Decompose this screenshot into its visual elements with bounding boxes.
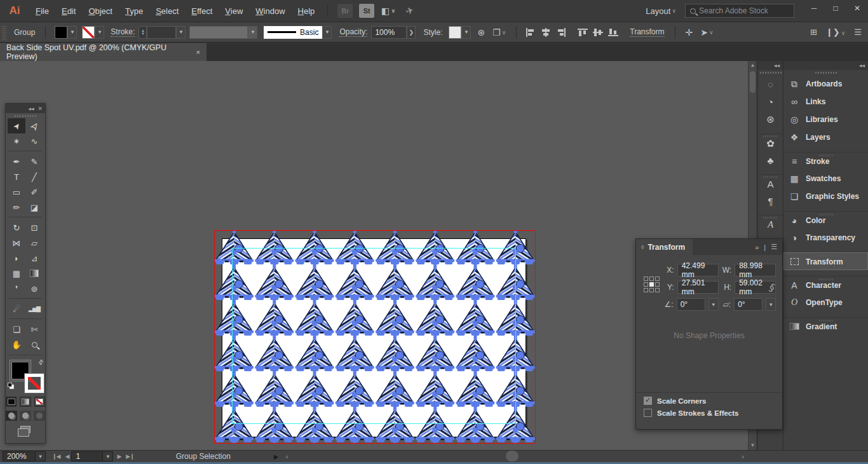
- fill-swatch[interactable]: [55, 26, 67, 39]
- chevron-down-icon[interactable]: ▼: [322, 26, 332, 39]
- panel-button-opentype[interactable]: O OpenType: [783, 294, 868, 311]
- menu-{label}[interactable]: Help: [292, 6, 322, 16]
- menu-{label}[interactable]: Select: [149, 6, 185, 16]
- document-tab[interactable]: Back Side Spot UV.pdf @ 200% (CMYK/GPU P…: [0, 43, 207, 61]
- curvature-tool[interactable]: ✎: [25, 154, 43, 169]
- scroll-up-icon[interactable]: ▲: [749, 61, 756, 70]
- hand-tool[interactable]: ✋: [8, 337, 25, 352]
- panel-icon-appearance[interactable]: ◌: [758, 75, 783, 93]
- align-left-icon[interactable]: [526, 28, 536, 37]
- align-right-icon[interactable]: [556, 28, 566, 37]
- lasso-tool[interactable]: ∿: [25, 133, 43, 149]
- stroke-color-indicator[interactable]: [25, 374, 44, 393]
- stroke-weight-field[interactable]: [147, 26, 176, 39]
- bridge-button[interactable]: Br: [337, 4, 353, 18]
- swap-fill-stroke-icon[interactable]: ⇄: [36, 358, 45, 367]
- brush-definition-dropdown[interactable]: [189, 26, 248, 39]
- panel-icon-glyphs[interactable]: A: [758, 215, 783, 233]
- rectangle-tool[interactable]: ▭: [8, 184, 25, 200]
- scroll-left-icon[interactable]: ‹: [282, 449, 291, 463]
- selection-bounding-box[interactable]: [214, 230, 536, 444]
- color-button[interactable]: [6, 397, 17, 407]
- collapse-diamond-icon[interactable]: ◊: [641, 244, 644, 250]
- maximize-button[interactable]: □: [825, 0, 846, 17]
- mesh-tool[interactable]: ▦: [8, 266, 25, 281]
- artboard-tool[interactable]: ❏: [8, 322, 25, 337]
- menu-{label}[interactable]: Effect: [185, 6, 219, 16]
- stroke-weight-label[interactable]: Stroke:: [111, 27, 135, 37]
- chevron-down-icon[interactable]: ▼: [461, 26, 471, 39]
- line-segment-tool[interactable]: ╱: [25, 169, 43, 184]
- control-bar-menu-icon[interactable]: ☰: [854, 27, 862, 37]
- opacity-options-arrow[interactable]: ❯: [407, 26, 416, 39]
- close-icon[interactable]: ✕: [37, 106, 43, 112]
- minimize-button[interactable]: ─: [803, 0, 825, 17]
- width-tool[interactable]: ⋈: [8, 235, 25, 250]
- eraser-tool[interactable]: ◪: [25, 200, 43, 215]
- panel-button-links[interactable]: ∞ Links: [783, 93, 868, 111]
- workspace-switcher[interactable]: Layout∨: [646, 6, 676, 16]
- change-screen-mode-icon[interactable]: [20, 426, 31, 433]
- rotate-field[interactable]: 0°: [677, 298, 705, 311]
- align-to-selection-icon[interactable]: ➤∨: [700, 27, 713, 38]
- panel-button-layers[interactable]: ❖ Layers: [783, 128, 868, 146]
- arrange-documents-icon[interactable]: ◧∨: [381, 4, 396, 18]
- zoom-level-field[interactable]: 200%: [3, 451, 36, 461]
- menu-{label}[interactable]: File: [29, 6, 55, 16]
- slice-tool[interactable]: ✄: [25, 322, 43, 337]
- menu-{label}[interactable]: Edit: [55, 6, 82, 16]
- panel-grip[interactable]: [815, 72, 837, 74]
- panel-grip[interactable]: [2, 25, 6, 40]
- align-center-icon[interactable]: [541, 28, 551, 37]
- artboard-number-field[interactable]: 1: [71, 451, 103, 461]
- menu-{label}[interactable]: View: [219, 6, 249, 16]
- rotate-tool[interactable]: ↻: [8, 220, 25, 235]
- blend-tool[interactable]: ⊚: [25, 281, 43, 296]
- document-setup-icon[interactable]: ❐∨: [492, 27, 506, 38]
- perspective-grid-tool[interactable]: ⊿: [25, 250, 43, 266]
- opacity-field[interactable]: 100%: [371, 26, 407, 39]
- w-field[interactable]: 88.998 mm: [735, 264, 776, 276]
- variable-width-profile[interactable]: Basic: [264, 26, 322, 39]
- panel-icon-image-trace[interactable]: ⊛: [758, 111, 783, 128]
- stock-button[interactable]: St: [359, 4, 374, 18]
- collapse-icon[interactable]: ◂◂: [28, 106, 34, 112]
- next-artboard-icon[interactable]: ▶: [117, 453, 121, 460]
- panel-button-character[interactable]: A Character: [783, 276, 868, 294]
- panel-menu-icon[interactable]: ☰: [771, 243, 777, 251]
- close-button[interactable]: ✕: [846, 0, 868, 17]
- transform-link[interactable]: Transform: [630, 27, 664, 37]
- chevron-down-icon[interactable]: ▼: [176, 26, 186, 39]
- panel-button-swatches[interactable]: ▦ Swatches: [783, 170, 868, 188]
- gradient-tool[interactable]: [25, 266, 43, 281]
- last-artboard-icon[interactable]: ▶❙: [126, 453, 133, 460]
- pencil-tool[interactable]: ✏: [8, 200, 25, 215]
- direct-selection-tool[interactable]: ➤: [25, 118, 43, 133]
- panel-button-artboards[interactable]: ⧉ Artboards: [783, 75, 868, 93]
- transform-panel-tab[interactable]: ◊ Transform: [636, 239, 693, 255]
- align-top-icon[interactable]: [578, 28, 588, 37]
- paintbrush-tool[interactable]: ✐: [25, 184, 43, 200]
- chevron-down-icon[interactable]: ▼: [248, 26, 257, 39]
- panel-grip[interactable]: [15, 115, 36, 117]
- stroke-color-picker[interactable]: ▼: [82, 26, 104, 39]
- chevron-down-icon[interactable]: ▼: [67, 26, 77, 39]
- type-tool[interactable]: T: [8, 169, 25, 184]
- panel-button-stroke[interactable]: ≡ Stroke: [783, 152, 868, 170]
- reference-point-locator[interactable]: [644, 276, 660, 292]
- panel-icon-paragraph-styles[interactable]: ¶: [758, 192, 783, 210]
- panel-button-transform[interactable]: Transform: [783, 252, 868, 270]
- previous-artboard-icon[interactable]: ◀: [65, 453, 69, 460]
- scrollbar-thumb[interactable]: [750, 71, 756, 93]
- scale-corners-checkbox[interactable]: [644, 397, 652, 405]
- panel-button-color[interactable]: ◕ Color: [783, 211, 868, 229]
- panel-grip[interactable]: [760, 72, 782, 74]
- chevron-down-icon[interactable]: ▼: [709, 298, 719, 311]
- scale-strokes-effects-checkbox[interactable]: [644, 409, 652, 417]
- none-button[interactable]: [34, 397, 45, 407]
- gpu-performance-icon[interactable]: ✈: [400, 2, 419, 20]
- menu-{label}[interactable]: Type: [119, 6, 149, 16]
- horizontal-scrollbar[interactable]: ‹ ›: [282, 449, 747, 463]
- distribute-icon[interactable]: ✛: [686, 27, 693, 38]
- panel-button-transparency[interactable]: ◑ Transparency: [783, 229, 868, 247]
